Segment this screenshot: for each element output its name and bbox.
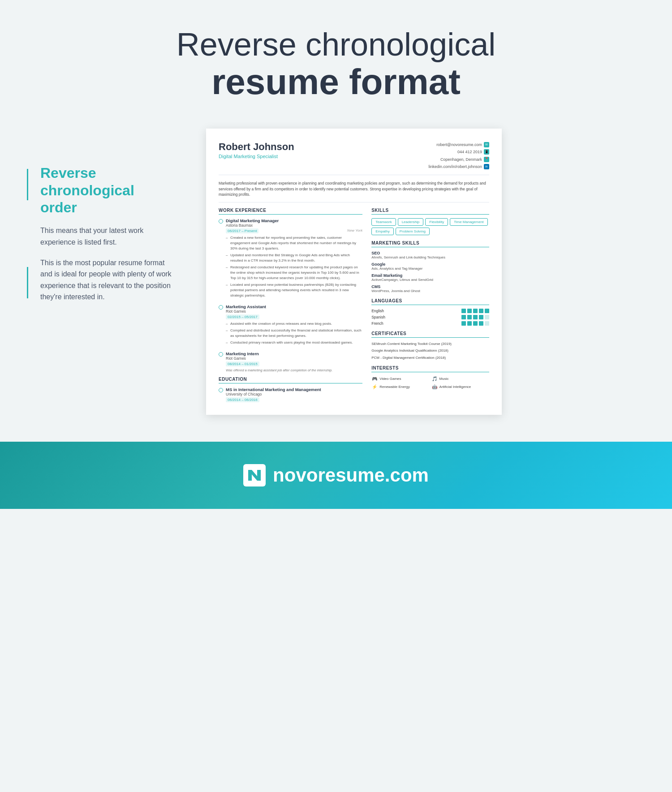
interest-video-games: 🎮 Video Games (371, 376, 429, 382)
dot (461, 321, 466, 326)
job-content-2: Marketing Assistant Riot Games 02/2015 –… (226, 304, 362, 347)
contact-linkedin-text: linkedin.com/in/robert.johnson (428, 163, 482, 170)
lang-spanish-dots (461, 315, 489, 319)
phone-icon: 📱 (484, 149, 489, 155)
job-entry-1: Digital Marketing Manager Astoria Baumax… (219, 218, 362, 300)
dot (473, 315, 478, 319)
job-entry-2: Marketing Assistant Riot Games 02/2015 –… (219, 304, 362, 347)
contact-email: robert@novoresume.com ✉ (428, 141, 489, 148)
location-icon: 📍 (484, 157, 489, 162)
skill-tag-flexibility: Flexibility (425, 218, 448, 226)
page-header: Reverse chronological resume format (0, 0, 672, 120)
renewable-energy-icon: ⚡ (371, 384, 378, 390)
job-bullets-1: Created a new format for reporting and p… (226, 235, 362, 298)
job-company-3: Riot Games (226, 356, 362, 361)
dot (479, 321, 483, 326)
mskill-google-title: Google (371, 262, 489, 267)
bullet-1-2: Updated and monitored the Bid Strategy i… (226, 253, 362, 263)
mskill-seo-title: SEO (371, 251, 489, 255)
resume-job-title: Digital Marketing Specialist (219, 154, 294, 159)
resume-header: Robert Johnson Digital Marketing Special… (219, 141, 489, 175)
cert-1: SEMrush Content Marketing Toolkit Course… (371, 341, 489, 346)
education-title: EDUCATION (219, 377, 362, 383)
skills-title: SKILLS (371, 208, 489, 215)
dot-empty (485, 315, 489, 319)
footer-logo (243, 464, 266, 486)
mskill-email-desc: ActiveCampaign, Litmus and SendGrid (371, 278, 489, 282)
certificates-section: CERTIFICATES SEMrush Content Marketing T… (371, 331, 489, 360)
dot (479, 315, 483, 319)
work-experience-section: WORK EXPERIENCE Digital Marketing Manage… (219, 208, 362, 372)
edu-entry-1: MS in International Marketing and Manage… (219, 387, 362, 402)
interests-title: INTERESTS (371, 366, 489, 372)
novoresume-logo-svg (246, 467, 263, 483)
email-icon: ✉ (484, 142, 489, 147)
page-footer: novoresume.com (0, 442, 672, 509)
linkedin-icon: in (484, 164, 489, 169)
footer-brand: novoresume.com (9, 464, 663, 486)
edu-dates-1: 06/2014 – 06/2016 (226, 397, 259, 402)
footer-brand-name: novoresume.com (273, 465, 429, 486)
mskill-email-title: Email Marketing (371, 273, 489, 278)
interests-section: INTERESTS 🎮 Video Games 🎵 Music ⚡ Rene (371, 366, 489, 390)
job-dates-1: 06/2017 – Present (226, 228, 258, 233)
skill-tag-time-mgmt: Time Management (450, 218, 487, 226)
resume-body: WORK EXPERIENCE Digital Marketing Manage… (219, 208, 489, 402)
resume-card: Robert Johnson Digital Marketing Special… (206, 129, 502, 415)
mskill-seo: SEO Ahrefs, Semrush and Link-building Te… (371, 251, 489, 259)
skill-tag-teamwork: Teamwork (371, 218, 396, 226)
page-title-bold: resume format (9, 62, 663, 102)
edu-degree-1: MS in International Marketing and Manage… (226, 387, 321, 392)
bullet-2-2: Compiled and distributed successfully th… (226, 328, 362, 339)
job-title-2: Marketing Assistant (226, 304, 362, 309)
video-games-icon: 🎮 (371, 376, 378, 382)
job-dot-3 (219, 352, 223, 357)
contact-linkedin: linkedin.com/in/robert.johnson in (428, 163, 489, 170)
cert-3: PCM - Digital Management Certification (… (371, 355, 489, 360)
job-dates-3: 08/2014 – 01/2015 (226, 362, 259, 366)
resume-contact: robert@novoresume.com ✉ 044 412 2019 📱 C… (428, 141, 489, 170)
edu-school-1: University of Chicago (226, 392, 321, 396)
contact-phone: 044 412 2019 📱 (428, 148, 489, 155)
job-bullets-2: Assisted with the creation of press rele… (226, 321, 362, 345)
job-meta-2: 02/2015 – 05/2017 (226, 314, 362, 319)
lang-spanish: Spanish (371, 315, 489, 319)
job-entry-3: Marketing Intern Riot Games 08/2014 – 01… (219, 351, 362, 372)
languages-section: LANGUAGES English Spanish (371, 298, 489, 326)
job-company-2: Riot Games (226, 309, 362, 314)
job-meta-3: 08/2014 – 01/2015 (226, 362, 362, 366)
job-title-3: Marketing Intern (226, 351, 362, 356)
skill-tag-empathy: Empathy (371, 228, 394, 235)
job-meta-1: 06/2017 – Present New York (226, 228, 362, 233)
lang-french-dots (461, 321, 489, 326)
dot (473, 309, 478, 313)
interest-renewable-energy-label: Renewable Energy (379, 385, 410, 389)
sidebar-para1: This means that your latest work experie… (40, 225, 175, 248)
work-experience-title: WORK EXPERIENCE (219, 208, 362, 215)
bullet-1-4: Located and proposed new potential busin… (226, 282, 362, 298)
interest-music: 🎵 Music (431, 376, 489, 382)
resume-right-col: SKILLS Teamwork Leadership Flexibility T… (371, 208, 489, 402)
mskill-cms-title: CMS (371, 284, 489, 289)
mskill-google: Google Ads, Analytics and Tag Manager (371, 262, 489, 271)
lang-english-dots (461, 309, 489, 313)
lang-french: French (371, 321, 489, 326)
cert-2: Google Analytics Individual Qualificatio… (371, 348, 489, 353)
skill-tag-problem-solving: Problem Solving (396, 228, 430, 235)
education-section: EDUCATION MS in International Marketing … (219, 377, 362, 402)
main-content: Reverse chronological order This means t… (0, 120, 672, 433)
interest-renewable-energy: ⚡ Renewable Energy (371, 384, 429, 390)
sidebar-para2: This is the most popular resume format a… (40, 257, 175, 303)
certificates-title: CERTIFICATES (371, 331, 489, 338)
interest-grid: 🎮 Video Games 🎵 Music ⚡ Renewable Energy (371, 376, 489, 390)
music-icon: 🎵 (431, 376, 438, 382)
mskill-cms: CMS WordPress, Joomla and Ghost (371, 284, 489, 293)
dot (467, 315, 472, 319)
contact-phone-text: 044 412 2019 (457, 148, 482, 155)
marketing-skills-title: MARKETING SKILLS (371, 241, 489, 247)
lang-english-name: English (371, 309, 398, 313)
job-dates-2: 02/2015 – 05/2017 (226, 314, 259, 319)
contact-location-text: Copenhagen, Denmark (440, 156, 482, 163)
dot (467, 321, 472, 326)
sidebar: Reverse chronological order This means t… (36, 129, 179, 312)
